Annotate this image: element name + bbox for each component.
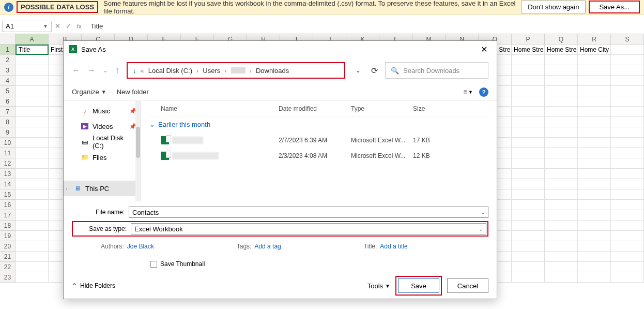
col-name[interactable]: Name <box>149 105 279 112</box>
cell-P5[interactable] <box>512 86 545 96</box>
sidebar-item-thispc[interactable]: › 🖥 This PC <box>64 181 141 196</box>
search-input[interactable]: 🔍 Search Downloads <box>385 62 488 79</box>
cell-P19[interactable] <box>512 231 545 241</box>
cell-Q11[interactable] <box>545 148 578 158</box>
cell-A17[interactable] <box>16 210 49 220</box>
bc-seg[interactable]: Downloads <box>256 67 289 75</box>
cell-Q7[interactable] <box>545 107 578 117</box>
cell-R17[interactable] <box>578 210 611 220</box>
file-group[interactable]: ⌄ Earlier this month <box>149 116 488 133</box>
select-all-corner[interactable] <box>0 34 16 44</box>
bc-seg[interactable]: Users <box>203 67 220 75</box>
cell-Q1[interactable]: Home Stre <box>545 45 578 55</box>
col-size[interactable]: Size <box>413 105 444 112</box>
cell-P8[interactable] <box>512 117 545 127</box>
cell-Q18[interactable] <box>545 220 578 231</box>
chevron-down-icon[interactable]: ⌄ <box>356 67 361 74</box>
cell-Q9[interactable] <box>545 127 578 138</box>
cell-R1[interactable]: Home City <box>578 45 611 55</box>
cell-R15[interactable] <box>578 189 611 200</box>
cell-A11[interactable] <box>16 148 49 158</box>
cell-R23[interactable] <box>578 272 611 283</box>
cell-A21[interactable] <box>16 252 49 262</box>
cell-A16[interactable] <box>16 200 49 210</box>
sidebar-item-music[interactable]: ♪ Music 📌 <box>64 103 141 119</box>
save-thumbnail-row[interactable]: Save Thumbnail <box>72 250 488 273</box>
cell-A12[interactable] <box>16 158 49 169</box>
cell-P11[interactable] <box>512 148 545 158</box>
cell-R19[interactable] <box>578 231 611 241</box>
cell-R8[interactable] <box>578 117 611 127</box>
row-header-6[interactable]: 6 <box>0 96 16 107</box>
cell-S4[interactable] <box>611 76 644 86</box>
chevron-down-icon[interactable]: ⌄ <box>481 210 485 215</box>
tags-value[interactable]: Add a tag <box>254 243 281 250</box>
cell-A14[interactable] <box>16 179 49 189</box>
filename-input[interactable]: Contacts ⌄ <box>129 207 488 218</box>
sidebar-scrollbar[interactable] <box>135 101 141 201</box>
cell-P6[interactable] <box>512 96 545 107</box>
cell-S6[interactable] <box>611 96 644 107</box>
cell-S22[interactable] <box>611 262 644 272</box>
col-header-P[interactable]: P <box>512 34 545 44</box>
row-header-23[interactable]: 23 <box>0 272 16 283</box>
cell-P18[interactable] <box>512 220 545 231</box>
cell-Q3[interactable] <box>545 65 578 76</box>
cell-R2[interactable] <box>578 55 611 65</box>
cell-S18[interactable] <box>611 220 644 231</box>
row-header-4[interactable]: 4 <box>0 76 16 86</box>
chevron-right-icon[interactable]: › <box>66 185 68 192</box>
cell-R12[interactable] <box>578 158 611 169</box>
cell-Q13[interactable] <box>545 169 578 179</box>
cell-Q16[interactable] <box>545 200 578 210</box>
cell-P4[interactable] <box>512 76 545 86</box>
cell-Q14[interactable] <box>545 179 578 189</box>
chevron-down-icon[interactable]: ⌄ <box>103 67 108 74</box>
cell-Q21[interactable] <box>545 252 578 262</box>
cell-S1[interactable] <box>611 45 644 55</box>
cancel-button[interactable]: Cancel <box>447 278 488 293</box>
cell-P21[interactable] <box>512 252 545 262</box>
cell-S15[interactable] <box>611 189 644 200</box>
cell-P10[interactable] <box>512 138 545 148</box>
organize-button[interactable]: Organize ▼ <box>72 88 106 96</box>
cell-A19[interactable] <box>16 231 49 241</box>
file-row[interactable]: 2/7/2023 6:39 AM Microsoft Excel W... 17… <box>149 133 488 148</box>
cell-Q23[interactable] <box>545 272 578 283</box>
authors-value[interactable]: Joe Black <box>127 243 154 250</box>
cell-Q12[interactable] <box>545 158 578 169</box>
up-arrow-icon[interactable]: ↑ <box>115 66 119 75</box>
chevron-down-icon[interactable]: ▼ <box>43 23 48 29</box>
new-folder-button[interactable]: New folder <box>117 88 149 96</box>
cell-Q22[interactable] <box>545 262 578 272</box>
cell-R4[interactable] <box>578 76 611 86</box>
cell-A3[interactable] <box>16 65 49 76</box>
bc-redacted[interactable] <box>231 67 246 73</box>
breadcrumb[interactable]: ↓ « Local Disk (C:) › Users › › Download… <box>127 62 345 79</box>
help-icon[interactable]: ? <box>479 87 488 97</box>
cell-S3[interactable] <box>611 65 644 76</box>
cell-P14[interactable] <box>512 179 545 189</box>
cell-S12[interactable] <box>611 158 644 169</box>
row-header-11[interactable]: 11 <box>0 148 16 158</box>
col-header-A[interactable]: A <box>16 34 49 44</box>
view-mode-button[interactable]: ≡ ▼ <box>463 88 473 96</box>
cell-Q17[interactable] <box>545 210 578 220</box>
cell-Q19[interactable] <box>545 231 578 241</box>
cell-R21[interactable] <box>578 252 611 262</box>
cell-A5[interactable] <box>16 86 49 96</box>
cell-R6[interactable] <box>578 96 611 107</box>
cell-Q5[interactable] <box>545 86 578 96</box>
cell-S13[interactable] <box>611 169 644 179</box>
row-header-19[interactable]: 19 <box>0 231 16 241</box>
fx-icon[interactable]: fx <box>76 22 82 30</box>
cell-A22[interactable] <box>16 262 49 272</box>
refresh-icon[interactable]: ⟳ <box>371 66 378 76</box>
cell-R16[interactable] <box>578 200 611 210</box>
cell-R14[interactable] <box>578 179 611 189</box>
cell-Q6[interactable] <box>545 96 578 107</box>
cell-A9[interactable] <box>16 127 49 138</box>
cell-P16[interactable] <box>512 200 545 210</box>
cell-A1[interactable]: Title <box>16 45 49 55</box>
cell-R10[interactable] <box>578 138 611 148</box>
